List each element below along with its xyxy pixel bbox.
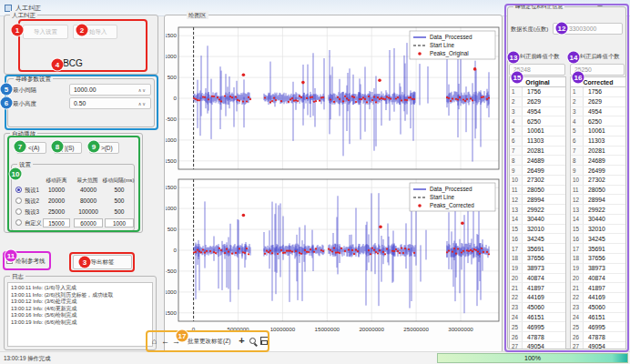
table-row[interactable]: 22629 [510, 97, 565, 107]
home-icon[interactable]: ⌂ [149, 336, 159, 347]
table-row[interactable]: 1430440 [571, 215, 625, 225]
svg-text:5000000: 5000000 [227, 326, 249, 332]
table-row[interactable]: 11756 [510, 87, 565, 97]
peak-sample-value: 29922 [584, 207, 605, 213]
table-row[interactable]: 2244169 [571, 293, 625, 303]
row-index: 20 [510, 274, 523, 283]
log-entries[interactable]: 13:00:11 Info: (1/6)导入完成13:00:11 Info: (… [7, 282, 153, 347]
table-row[interactable]: 2345060 [510, 303, 565, 313]
table-row[interactable]: 510061 [510, 126, 565, 136]
spinner-arrows-icon[interactable]: ∧∨ [138, 101, 147, 106]
original-peaks-table[interactable]: Original 1175622629349544625051006161130… [509, 76, 566, 349]
preset-radio[interactable] [15, 208, 22, 215]
table-row[interactable]: 1128050 [510, 186, 565, 196]
import-settings-button[interactable]: 导入设置 [23, 25, 68, 39]
table-row[interactable]: 1532010 [571, 225, 625, 235]
annotation-circle-7: 7 [15, 141, 26, 153]
annotation-circle-11: 11 [5, 250, 17, 262]
table-row[interactable]: 720281 [571, 147, 625, 157]
signal-chart-top[interactable]: 150010005000-500-1000-1500Data_Processed… [166, 20, 501, 175]
svg-text:0: 0 [174, 247, 178, 253]
table-row[interactable]: 1128050 [571, 186, 625, 196]
table-row[interactable]: 926499 [510, 166, 565, 176]
table-row[interactable]: 1027302 [571, 176, 625, 186]
table-row[interactable]: 2446151 [510, 313, 565, 323]
table-row[interactable]: 2141897 [510, 283, 565, 293]
min-height-spinbox[interactable]: 0.50 ∧∨ [69, 97, 151, 109]
table-row[interactable]: 1938973 [571, 264, 625, 274]
table-row[interactable]: 1329922 [510, 205, 565, 215]
table-row[interactable]: 1837656 [571, 254, 625, 264]
table-row[interactable]: 1228994 [571, 195, 625, 205]
svg-text:-500: -500 [166, 268, 178, 274]
table-row[interactable]: 926499 [571, 166, 625, 176]
min-interval-spinbox[interactable]: 1000.00 ∧∨ [69, 84, 151, 96]
table-row[interactable]: 1634245 [571, 234, 625, 244]
table-row[interactable]: 1430440 [510, 215, 565, 225]
peak-sample-value: 1756 [523, 88, 541, 95]
table-row[interactable]: 46250 [571, 116, 625, 126]
corrected-peaks-table[interactable]: Corrected 117562262934954462505100616113… [570, 76, 626, 349]
peak-sample-value: 11303 [523, 137, 544, 144]
table-row[interactable]: 2647878 [510, 332, 565, 342]
table-row[interactable]: 22629 [571, 97, 625, 107]
row-index: 17 [571, 244, 584, 253]
preset-row: 预设11000040000500 [12, 186, 136, 196]
preset-custom-input[interactable] [43, 218, 70, 228]
signal-chart-bottom[interactable]: 150010005000-500-1000-150005000000100000… [166, 174, 501, 339]
table-row[interactable]: 824689 [510, 156, 565, 166]
table-row[interactable]: 1938973 [510, 264, 565, 274]
row-index: 9 [571, 166, 584, 175]
table-row[interactable]: 2141897 [571, 283, 625, 293]
table-row[interactable]: 34954 [571, 107, 625, 117]
peak-sample-value: 49054 [523, 343, 544, 349]
preset-radio[interactable] [15, 219, 22, 226]
peaks-before-label: 纠正前峰值个数 [520, 53, 559, 61]
row-index: 10 [571, 176, 584, 185]
table-row[interactable]: 824689 [571, 156, 625, 166]
peak-sample-value: 10061 [523, 127, 544, 134]
table-row[interactable]: 11756 [571, 87, 625, 97]
table-row[interactable]: 1735691 [571, 244, 625, 254]
preset-radio[interactable] [15, 187, 22, 193]
table-row[interactable]: 2647878 [571, 332, 625, 342]
annotation-circle-8: 8 [52, 141, 64, 153]
table-row[interactable]: 2546995 [510, 322, 565, 332]
table-row[interactable]: 2345060 [571, 303, 625, 313]
table-row[interactable]: 2244169 [510, 293, 565, 303]
table-row[interactable]: 2546995 [571, 322, 625, 332]
preset-radio[interactable] [15, 197, 22, 204]
table-row[interactable]: 1027302 [510, 176, 565, 186]
peak-sample-value: 35691 [523, 246, 544, 252]
peak-sample-value: 2629 [523, 98, 541, 105]
row-index: 11 [510, 186, 523, 195]
table-row[interactable]: 2446151 [571, 313, 625, 323]
table-row[interactable]: 1532010 [510, 225, 565, 235]
peak-sample-value: 44169 [523, 294, 544, 300]
peak-sample-value: 26499 [523, 167, 544, 174]
table-row[interactable]: 34954 [510, 107, 565, 117]
table-row[interactable]: 720281 [510, 147, 565, 157]
table-row[interactable]: 1329922 [571, 205, 625, 215]
table-row[interactable]: 611303 [510, 136, 565, 147]
table-row[interactable]: 1634245 [510, 234, 565, 244]
table-row[interactable]: 1837656 [510, 254, 565, 264]
table-row[interactable]: 611303 [571, 136, 625, 147]
spinner-arrows-icon[interactable]: ∧∨ [138, 87, 147, 93]
preset-custom-input[interactable] [74, 218, 103, 228]
table-row[interactable]: 1735691 [510, 244, 565, 254]
table-row[interactable]: 2040874 [571, 274, 625, 284]
peak-sample-value: 37656 [584, 255, 605, 261]
status-text: 13:00:19 操作完成 [4, 355, 50, 363]
table-row[interactable]: 2040874 [510, 274, 565, 284]
preset-custom-input[interactable] [105, 218, 134, 228]
table-row[interactable]: 46250 [510, 116, 565, 126]
table-row[interactable]: 2749054 [510, 342, 565, 349]
peak-sample-value: 28994 [523, 197, 544, 203]
window-title: 人工纠正 [15, 4, 571, 13]
table-row[interactable]: 510061 [571, 126, 625, 136]
table-row[interactable]: 2749054 [571, 342, 625, 349]
data-length-label: 数据长度(点数) [511, 25, 548, 34]
table-row[interactable]: 1228994 [510, 195, 565, 205]
svg-text:1000: 1000 [166, 53, 178, 59]
